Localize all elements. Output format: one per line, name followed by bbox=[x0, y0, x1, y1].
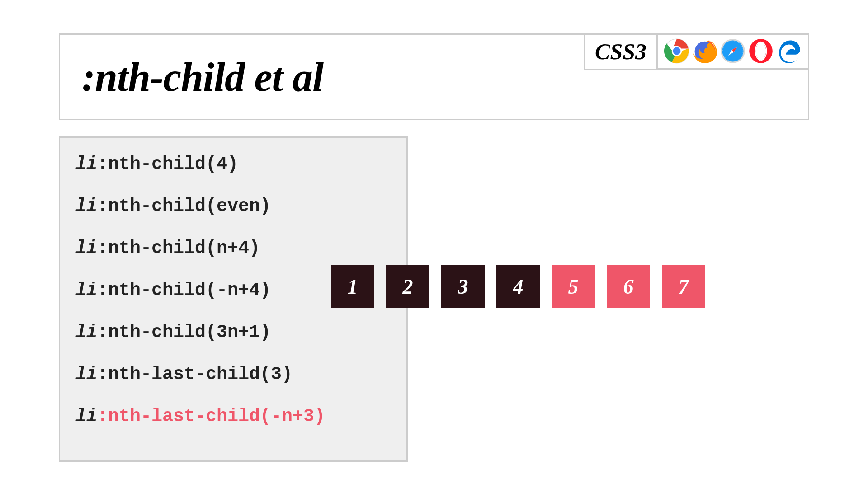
code-selector: :nth-child(-n+4) bbox=[97, 280, 271, 300]
title-cell: :nth-child et al bbox=[60, 35, 584, 119]
list-item: 1 bbox=[331, 265, 374, 308]
spec-badge: CSS3 bbox=[584, 35, 656, 70]
slide: :nth-child et al CSS3 bbox=[0, 0, 868, 488]
code-element: li bbox=[75, 238, 97, 258]
browser-support-icons bbox=[656, 35, 808, 70]
header-badges: CSS3 bbox=[584, 35, 808, 119]
slide-title: :nth-child et al bbox=[82, 54, 323, 100]
list-item-matched: 6 bbox=[607, 265, 650, 308]
code-line-active: li:nth-last-child(-n+3) bbox=[75, 406, 391, 427]
code-line: li:nth-last-child(3) bbox=[75, 364, 391, 385]
list-item: 2 bbox=[386, 265, 429, 308]
firefox-icon bbox=[692, 38, 717, 64]
code-line: li:nth-child(even) bbox=[75, 196, 391, 216]
code-element: li bbox=[75, 322, 97, 343]
safari-icon bbox=[720, 38, 745, 64]
code-selector: :nth-child(3n+1) bbox=[97, 322, 271, 343]
list-item: 4 bbox=[496, 265, 540, 308]
code-line: li:nth-child(4) bbox=[75, 154, 391, 174]
code-selector: :nth-last-child(-n+3) bbox=[97, 406, 325, 427]
demo-list: 1 2 3 4 5 6 7 bbox=[331, 265, 705, 308]
code-line: li:nth-child(n+4) bbox=[75, 238, 391, 258]
code-element: li bbox=[75, 364, 97, 385]
edge-icon bbox=[776, 38, 802, 64]
code-element: li bbox=[75, 196, 97, 216]
list-item-matched: 5 bbox=[552, 265, 595, 308]
code-element: li bbox=[75, 406, 97, 427]
code-selector: :nth-child(4) bbox=[97, 154, 238, 174]
list-item: 3 bbox=[441, 265, 485, 308]
list-item-matched: 7 bbox=[662, 265, 705, 308]
code-element: li bbox=[75, 280, 97, 300]
chrome-icon bbox=[664, 38, 689, 64]
code-line: li:nth-child(3n+1) bbox=[75, 322, 391, 343]
opera-icon bbox=[748, 38, 774, 64]
code-selector: :nth-last-child(3) bbox=[97, 364, 292, 385]
code-selector: :nth-child(n+4) bbox=[97, 238, 260, 258]
code-element: li bbox=[75, 154, 97, 174]
slide-header: :nth-child et al CSS3 bbox=[59, 33, 809, 120]
code-selector: :nth-child(even) bbox=[97, 196, 271, 216]
svg-point-2 bbox=[673, 47, 681, 55]
